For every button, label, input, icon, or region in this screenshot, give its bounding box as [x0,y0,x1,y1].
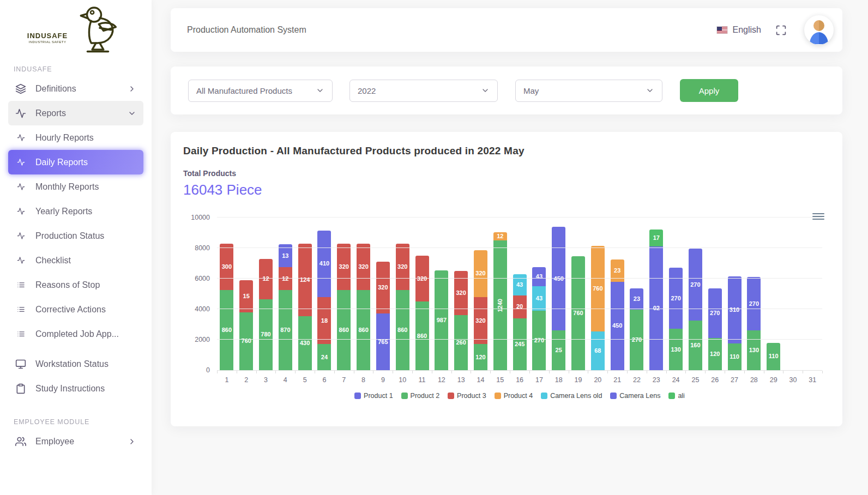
bar-column-day-7: 860320 [334,218,354,370]
sidebar-item-monthly-reports[interactable]: Monthly Reports [8,174,143,199]
sidebar-item-definitions[interactable]: Definitions [8,76,143,101]
bar-column-day-14: 120320320 [471,218,491,370]
bar-segment-day2-product-2[interactable]: 760 [239,312,253,370]
bar-segment-day11-product-3[interactable]: 320 [415,256,429,301]
bar-segment-day23-ali[interactable]: 17 [649,230,663,246]
sidebar-item-completed-job-app[interactable]: Completed Job App... [8,322,143,346]
bar-segment-day28-camera-lens[interactable]: 270 [747,277,761,330]
bar-segment-day16-product-2[interactable]: 245 [513,318,527,370]
apply-button[interactable]: Apply [680,79,738,102]
bar-segment-day13-product-2[interactable]: 260 [454,315,468,370]
bar-segment-day17-camera-lens[interactable]: 43 [532,267,546,286]
sidebar-item-employee[interactable]: Employee [8,429,143,454]
bar-segment-day15-product-2[interactable]: 1240 [493,240,507,370]
bar-segment-day10-product-3[interactable]: 320 [396,244,409,290]
legend-item-product-3[interactable]: Product 3 [448,392,486,400]
bar-value-label: 450 [612,323,622,329]
sidebar-item-yearly-reports[interactable]: Yearly Reports [8,199,143,224]
x-axis-label: 16 [510,376,529,384]
language-selector[interactable]: English [716,25,761,35]
bar-segment-day29-product-2[interactable]: 110 [767,343,780,370]
year-select[interactable]: 2022 [349,80,498,102]
bar-segment-day20-camera-lens-old[interactable]: 68 [591,331,605,370]
sidebar-item-daily-reports[interactable]: Daily Reports [8,150,143,174]
legend-item-ali[interactable]: ali [668,392,685,400]
bar-segment-day25-product-2[interactable]: 160 [689,321,702,370]
month-select[interactable]: May [515,80,662,102]
bar-segment-day3-product-2[interactable]: 780 [259,299,273,370]
legend-item-product-1[interactable]: Product 1 [354,392,393,400]
bar-segment-day6-camera-lens[interactable]: 410 [317,231,331,297]
bar-value-label: 15 [243,293,250,299]
sidebar-item-reasons-of-stop[interactable]: Reasons of Stop [8,273,143,297]
bar-segment-day17-camera-lens-old[interactable]: 43 [532,286,546,311]
bar-segment-day26-product-2[interactable]: 120 [708,338,722,370]
logo[interactable]: INDUSAFE INDUSTRIAL SAFETY [0,0,152,57]
bar-segment-day4-product-2[interactable]: 870 [279,290,292,370]
sidebar-item-workstation-status[interactable]: Workstation Status [8,352,143,376]
bar-segment-day5-product-2[interactable]: 430 [298,316,312,370]
sidebar-item-study-instructions[interactable]: Study Instructions [8,376,143,401]
bar-segment-day18-product-2[interactable]: 25 [552,330,565,370]
x-axis-label: 17 [529,376,549,384]
bar-segment-day27-camera-lens[interactable]: 310 [728,276,742,343]
bar-segment-day3-product-3[interactable]: 12 [259,259,273,299]
bar-segment-day8-product-2[interactable]: 860 [357,290,370,370]
y-axis-label: 2000 [195,336,210,343]
bar-segment-day12-product-2[interactable]: 987 [435,270,448,370]
sidebar-item-checklist[interactable]: Checklist [8,248,143,273]
bar-segment-day24-camera-lens[interactable]: 270 [669,268,683,329]
sidebar-item-production-status[interactable]: Production Status [8,224,143,248]
bar-segment-day18-camera-lens[interactable]: 450 [552,227,565,330]
bar-segment-day8-product-3[interactable]: 320 [357,244,370,290]
bar-segment-day21-product-1[interactable]: 450 [611,282,624,370]
bar-segment-day19-product-2[interactable]: 760 [571,256,585,370]
bar-segment-day27-product-2[interactable]: 110 [728,343,742,370]
sidebar-item-reports[interactable]: Reports [8,101,143,125]
bar-segment-day16-product-3[interactable]: 20 [513,295,527,318]
legend-label: Camera Lens [619,392,660,400]
bar-segment-day2-product-3[interactable]: 15 [239,280,253,312]
x-axis-label: 28 [744,376,764,384]
bar-segment-day4-product-3[interactable]: 12 [279,267,292,290]
bar-segment-day20-product-4[interactable]: 760 [591,246,605,331]
product-select[interactable]: All Manufactured Products [188,80,333,102]
bar-segment-day16-camera-lens-old[interactable]: 43 [513,274,527,295]
bar-segment-day22-product-2[interactable]: 270 [630,310,643,370]
bar-value-label: 130 [749,347,759,353]
bar-segment-day14-product-3[interactable]: 320 [474,297,487,345]
bar-segment-day14-product-4[interactable]: 320 [474,250,487,297]
bar-value-label: 320 [378,285,388,291]
bar-segment-day25-camera-lens[interactable]: 270 [689,249,702,321]
bar-segment-day6-product-3[interactable]: 18 [317,297,331,345]
bar-segment-day1-product-2[interactable]: 860 [220,290,233,370]
legend-item-camera-lens-old[interactable]: Camera Lens old [541,392,602,400]
sidebar-item-label: Daily Reports [35,158,88,167]
bar-segment-day6-product-2[interactable]: 24 [317,344,331,370]
bar-segment-day7-product-2[interactable]: 860 [337,290,351,370]
bar-segment-day9-product-1[interactable]: 765 [376,313,390,370]
bar-segment-day14-product-2[interactable]: 120 [474,344,487,370]
bar-segment-day28-product-2[interactable]: 130 [747,330,761,370]
bar-segment-day11-product-2[interactable]: 860 [415,301,429,370]
bar-segment-day22-camera-lens[interactable]: 23 [630,288,643,310]
bar-segment-day15-product-4[interactable]: 12 [493,232,507,240]
bar-segment-day26-camera-lens[interactable]: 270 [708,288,722,338]
legend-item-product-4[interactable]: Product 4 [495,392,533,400]
bar-value-label: 23 [614,268,620,274]
legend-marker [354,393,361,399]
sidebar-item-hourly-reports[interactable]: Hourly Reports [8,125,143,150]
legend-item-camera-lens[interactable]: Camera Lens [610,392,660,400]
bar-column-day-15: 124012 [490,218,510,370]
bar-segment-day7-product-3[interactable]: 320 [337,244,351,290]
sidebar-item-corrective-actions[interactable]: Corrective Actions [8,297,143,322]
fullscreen-icon[interactable] [775,25,787,36]
legend-item-product-2[interactable]: Product 2 [401,392,440,400]
bar-segment-day10-product-2[interactable]: 860 [396,290,409,370]
user-avatar[interactable] [804,15,834,45]
bar-segment-day17-product-2[interactable]: 270 [532,311,546,370]
bar-segment-day1-product-3[interactable]: 300 [220,244,233,290]
bar-segment-day24-product-2[interactable]: 130 [669,329,683,370]
bar-segment-day5-product-3[interactable]: 124 [298,244,312,316]
bar-segment-day9-product-3[interactable]: 320 [376,262,390,313]
